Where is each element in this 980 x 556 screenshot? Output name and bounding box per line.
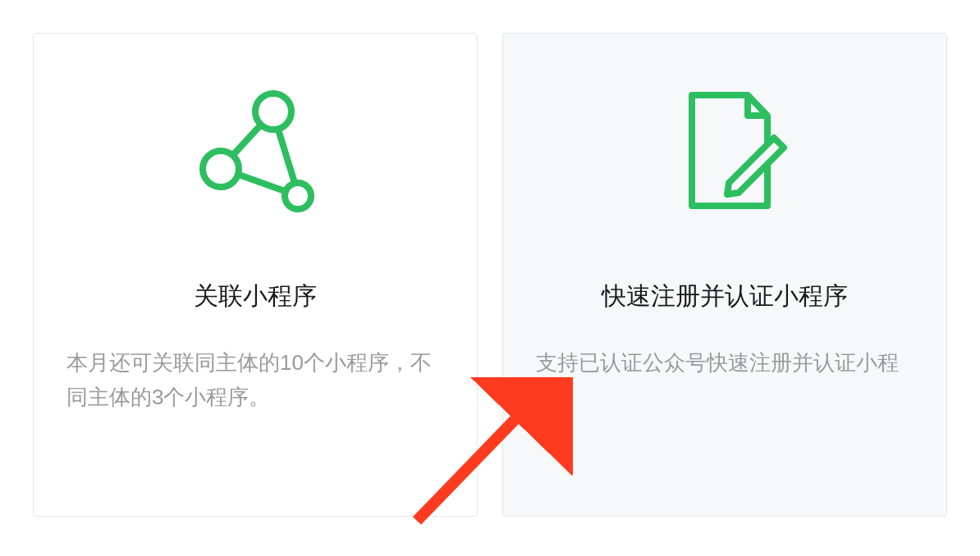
- svg-line-5: [278, 130, 295, 183]
- svg-point-0: [255, 93, 291, 130]
- document-edit-icon: [651, 75, 799, 222]
- svg-line-4: [239, 175, 285, 191]
- svg-line-3: [232, 125, 261, 156]
- svg-point-2: [285, 183, 311, 209]
- network-share-icon: [181, 75, 329, 222]
- card-link-miniprogram[interactable]: 关联小程序 本月还可关联同主体的10个小程序，不同主体的3个小程序。: [33, 33, 478, 517]
- card-description: 本月还可关联同主体的10个小程序，不同主体的3个小程序。: [66, 346, 444, 414]
- card-quick-register[interactable]: 快速注册并认证小程序 支持已认证公众号快速注册并认证小程序: [502, 33, 947, 517]
- card-title: 快速注册并认证小程序: [602, 280, 848, 313]
- card-description: 支持已认证公众号快速注册并认证小程序: [536, 346, 914, 414]
- card-title: 关联小程序: [194, 280, 317, 313]
- cards-container: 关联小程序 本月还可关联同主体的10个小程序，不同主体的3个小程序。 快速注册并…: [33, 33, 947, 517]
